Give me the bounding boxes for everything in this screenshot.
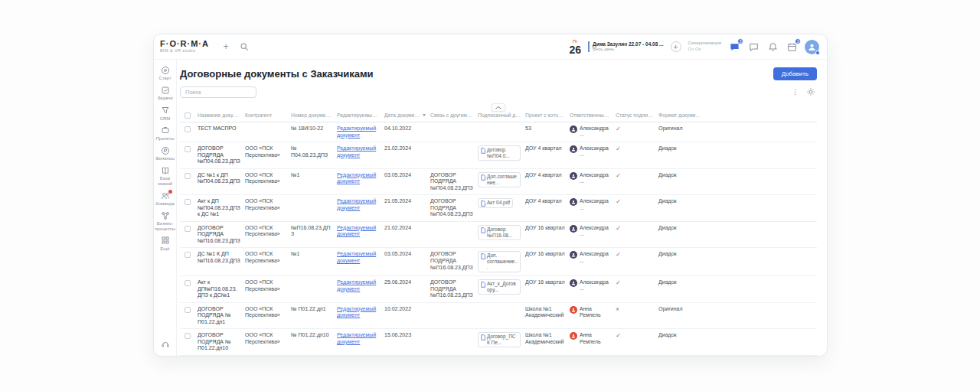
signed-doc-chip[interactable]: договор.№П04.0... [478, 145, 521, 161]
document-icon [481, 282, 485, 288]
row-checkbox[interactable] [185, 199, 191, 205]
search-input[interactable] [180, 86, 256, 98]
row-checkbox[interactable] [185, 280, 191, 286]
sidebar-item-more[interactable]: Ещё [154, 233, 176, 253]
column-header[interactable]: Ответственный з... [567, 109, 613, 122]
related-doc: ДОГОВОР ПОДРЯДА №П16.08.23.ДПЗ [428, 248, 475, 275]
column-header[interactable]: Дата документа [382, 109, 428, 122]
sidebar-item-start[interactable]: Старт [154, 63, 176, 83]
doc-number: № П01.22.дп1 [289, 303, 335, 329]
sidebar-item-support[interactable] [154, 337, 176, 351]
editable-doc-link[interactable]: Редактируемый документ [337, 251, 376, 263]
comments-icon[interactable] [747, 41, 760, 53]
doc-format: Диадок [656, 329, 705, 355]
table-row[interactable]: Акт к ДП № П01.22.дп1 ООО «ПСК Перспекти… [180, 356, 817, 357]
search-icon[interactable] [238, 41, 250, 53]
row-checkbox[interactable] [185, 252, 191, 258]
column-header[interactable]: Редактируемый д... [335, 109, 382, 122]
bell-icon[interactable] [766, 41, 779, 53]
column-header[interactable]: Формат докумен... [656, 109, 705, 122]
document-icon [481, 148, 485, 154]
table-row[interactable]: ДОГОВОР ПОДРЯДА № П01.22.дп1 ООО «ПСК Пе… [180, 303, 817, 330]
more-icon [160, 236, 170, 246]
editable-doc-link[interactable]: Редактируемый документ [337, 172, 376, 184]
column-header[interactable]: Название докум... [195, 109, 243, 122]
editable-doc-link[interactable]: Редактируемый документ [337, 125, 376, 138]
tasks-icon [160, 85, 170, 95]
signed-doc-name: Акт 04.pdf [487, 200, 510, 206]
sidebar-item-knowledge[interactable]: База знаний [154, 163, 176, 188]
row-checkbox[interactable] [185, 146, 191, 152]
row-checkbox[interactable] [185, 307, 191, 313]
add-event-button[interactable]: + [671, 41, 681, 52]
signed-doc-chip[interactable]: Договор №П16.08... [478, 225, 521, 240]
day-number: 26 [569, 44, 581, 55]
sidebar-item-projects[interactable]: Проекты [154, 123, 176, 143]
project-name: ДОУ 16 квартал [523, 248, 567, 275]
sidebar-item-crm[interactable]: CRM [154, 103, 176, 123]
calendar-icon[interactable]: 3 [786, 41, 798, 53]
row-checkbox[interactable] [185, 126, 191, 132]
table-row[interactable]: Акт к ДП №П04.08.23.ДПЗ к ДС №1 ООО «ПСК… [180, 195, 817, 222]
column-header[interactable]: Статус подписан... [613, 109, 656, 122]
user-avatar[interactable] [805, 40, 819, 54]
column-header[interactable]: Проект с котор... [523, 109, 567, 122]
doc-date: 15.06.2023 [382, 329, 428, 355]
table-row[interactable]: ДОГОВОР ПОДРЯДА №П04.08.23.ДПЗ ООО «ПСК … [180, 142, 817, 169]
responsible-name: Александра ... [580, 225, 611, 238]
editable-doc-link[interactable]: Редактируемый документ [337, 145, 376, 158]
signed-doc-chip[interactable]: Акт_к_Договору... [478, 279, 521, 295]
row-checkbox[interactable] [185, 226, 191, 232]
status-icon: ✓ [616, 125, 621, 132]
signed-doc-chip[interactable]: Договор_ПСК Пе... [478, 332, 521, 347]
editable-doc-link[interactable]: Редактируемый документ [337, 332, 376, 344]
sidebar-item-tasks[interactable]: Задачи [154, 83, 176, 103]
project-name: Школа №1 Академический [523, 303, 567, 329]
add-button[interactable]: Добавить [773, 67, 817, 80]
select-all-checkbox[interactable] [185, 112, 191, 119]
signed-doc-chip[interactable]: Доп.соглашение... [478, 172, 521, 187]
doc-format: Оригинал [656, 303, 705, 329]
sync-status: Синхронизация Оч Ок [688, 41, 721, 53]
table-row[interactable]: ДС №1 к ДП №П04.08.23.ДПЗ ООО «ПСК Персп… [180, 169, 817, 196]
chat-icon[interactable]: 3 [728, 41, 740, 53]
row-checkbox[interactable] [185, 333, 191, 339]
signed-doc-name: Доп.соглашение... [487, 174, 518, 186]
related-doc: ДОГОВОР ПОДРЯДА №П16.08.23.ДПЗ [428, 276, 475, 302]
sync-label: Синхронизация [688, 41, 721, 47]
sidebar-item-team[interactable]: Команда [154, 188, 176, 208]
table-row[interactable]: ДС №1 К ДП №П16.08.23.ДПЗ ООО «ПСК Персп… [180, 248, 817, 276]
column-header[interactable]: Связь с другим д... [428, 109, 475, 122]
sidebar-item-processes[interactable]: Бизнес-процессы [154, 208, 176, 233]
calendar-date[interactable]: Пт 26 [569, 39, 581, 55]
doc-name: Акт к ДП№П16.08.23.ДПЗ к ДС№1 [195, 276, 243, 302]
row-checkbox[interactable] [185, 173, 191, 179]
signed-doc-name: Акт_к_Договору... [487, 281, 518, 293]
column-header[interactable]: Номер документ... [289, 109, 335, 122]
sidebar-item-finance[interactable]: Финансы [154, 143, 176, 163]
table-row[interactable]: ДОГОВОР ПОДРЯДА №П16.08.23.ДПЗ ООО «ПСК … [180, 222, 817, 249]
table-settings-gear-icon[interactable] [805, 86, 817, 98]
quick-create-button[interactable]: + [220, 41, 232, 53]
table-row[interactable]: Акт к ДП№П16.08.23.ДПЗ к ДС№1 ООО «ПСК П… [180, 276, 817, 303]
contragent: ООО «ПСК Перспектива» [243, 276, 289, 302]
signed-doc-chip[interactable]: Доп. соглашение... [478, 251, 521, 272]
editable-doc-link[interactable]: Редактируемый документ [337, 225, 376, 237]
responsible-avatar [570, 251, 577, 259]
collapse-header-button[interactable] [492, 103, 506, 112]
editable-doc-link[interactable]: Редактируемый документ [337, 306, 376, 318]
responsible-avatar [570, 306, 577, 314]
responsible-avatar [570, 172, 577, 180]
sidebar-item-label: Старт [158, 76, 171, 80]
related-doc [428, 329, 475, 355]
signed-doc-chip[interactable]: Акт 04.pdf [478, 198, 513, 208]
event-title: Дима Зазулин 22.07 - 04.08 ... [593, 41, 664, 47]
calendar-event[interactable]: Дима Зазулин 22.07 - 04.08 ... Весь день [588, 41, 664, 53]
column-header[interactable]: Контрагент [243, 109, 289, 122]
table-row[interactable]: ТЕСТ МАСПРО № 18И/10-22 Редактируемый до… [180, 122, 817, 142]
editable-doc-link[interactable]: Редактируемый документ [337, 279, 376, 292]
doc-format: Оригинал [656, 122, 705, 142]
table-row[interactable]: ДОГОВОР ПОДРЯДА № П01.22.дп10 ООО «ПСК П… [180, 329, 817, 356]
more-options-icon[interactable]: ⋮ [792, 89, 799, 96]
editable-doc-link[interactable]: Редактируемый документ [337, 198, 376, 210]
